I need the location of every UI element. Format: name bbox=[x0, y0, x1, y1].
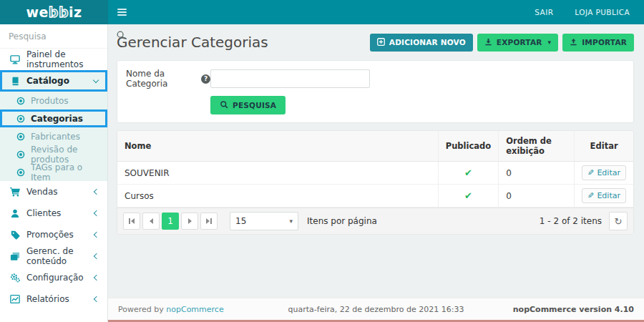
sidebar-item-clientes[interactable]: Clientes bbox=[0, 203, 107, 224]
dot-circle-icon bbox=[16, 168, 25, 177]
col-header-publicado[interactable]: Publicado bbox=[438, 131, 498, 162]
sidebar-item-dashboard[interactable]: Painel de instrumentos bbox=[0, 49, 107, 70]
page-title: Gerenciar Categorias bbox=[117, 34, 268, 51]
dot-circle-icon bbox=[16, 114, 25, 123]
search-label: PESQUISA bbox=[233, 101, 276, 109]
chevron-left-icon bbox=[94, 253, 99, 259]
caret-down-icon[interactable]: ▾ bbox=[548, 39, 552, 46]
sidebar-item-label: Revisão de produtos bbox=[31, 145, 100, 165]
logo-text-iz: iz bbox=[69, 4, 82, 20]
version-label: nopCommerce version 4.10 bbox=[513, 305, 634, 314]
add-new-label: ADICIONAR NOVO bbox=[389, 38, 466, 47]
sidebar-item-fabricantes[interactable]: Fabricantes bbox=[0, 127, 107, 145]
refresh-button[interactable]: ↻ bbox=[609, 212, 628, 230]
cell-name: Cursos bbox=[117, 185, 438, 208]
table-header-row: Nome Publicado Ordem de exibição Editar bbox=[117, 131, 633, 162]
page-1-button[interactable]: 1 bbox=[162, 213, 179, 230]
items-range-label: 1 - 2 of 2 itens bbox=[540, 216, 602, 226]
search-button[interactable]: PESQUISA bbox=[210, 96, 286, 114]
sidebar-item-vendas[interactable]: Vendas bbox=[0, 181, 107, 203]
caret-down-icon: ▾ bbox=[289, 218, 293, 225]
chevron-left-icon bbox=[94, 210, 99, 216]
dot-circle-icon bbox=[16, 97, 25, 105]
import-button[interactable]: IMPORTAR bbox=[562, 34, 634, 52]
page-size-select[interactable]: 15 ▾ bbox=[230, 212, 298, 230]
chevron-left-icon bbox=[94, 275, 99, 280]
gears-icon bbox=[9, 273, 21, 283]
user-icon bbox=[9, 209, 21, 218]
sidebar-item-label: Relatórios bbox=[26, 294, 69, 304]
edit-button[interactable]: ✎Editar bbox=[582, 188, 626, 203]
next-page-button[interactable] bbox=[181, 213, 198, 230]
chevron-left-icon bbox=[94, 296, 99, 302]
sidebar-item-configuracao[interactable]: Configuração bbox=[0, 267, 107, 288]
nopcommerce-link[interactable]: nopCommerce bbox=[166, 305, 223, 314]
help-icon[interactable]: ? bbox=[201, 74, 210, 84]
export-button[interactable]: EXPORTAR ▾ bbox=[477, 34, 558, 52]
chevron-down-icon bbox=[93, 77, 99, 82]
pencil-icon: ✎ bbox=[587, 168, 594, 177]
logout-link[interactable]: SAIR bbox=[535, 8, 553, 16]
catalog-group: Catálogo Produtos Categorias Fabricantes bbox=[0, 70, 107, 181]
sidebar-item-label: Clientes bbox=[26, 208, 61, 218]
export-label: EXPORTAR bbox=[497, 38, 542, 47]
download-icon bbox=[484, 38, 492, 47]
last-page-button[interactable] bbox=[200, 213, 218, 230]
sidebar-item-catalog[interactable]: Catálogo bbox=[0, 70, 107, 92]
edit-button[interactable]: ✎Editar bbox=[582, 165, 626, 180]
top-nav: SAIR LOJA PUBLICA bbox=[535, 0, 644, 24]
chevron-left-icon bbox=[94, 189, 99, 195]
cart-icon bbox=[9, 187, 21, 197]
previous-page-button[interactable] bbox=[142, 213, 160, 230]
cell-display-order: 0 bbox=[499, 185, 575, 208]
sidebar: Painel de instrumentos Catálogo Produtos… bbox=[0, 24, 108, 322]
search-icon bbox=[116, 30, 126, 42]
monitor-icon bbox=[9, 55, 21, 64]
sidebar-item-relatorios[interactable]: Relatórios bbox=[0, 288, 107, 310]
sidebar-item-tags[interactable]: TAGs para o Item bbox=[0, 163, 107, 181]
categories-table-panel: Nome Publicado Ordem de exibição Editar … bbox=[117, 130, 634, 235]
sidebar-item-categorias[interactable]: Categorias bbox=[0, 109, 107, 127]
sidebar-item-label: Gerenc. de conteúdo bbox=[26, 246, 89, 266]
chevron-left-icon bbox=[94, 232, 99, 238]
published-check-icon: ✔ bbox=[438, 162, 498, 185]
sidebar-search-input[interactable] bbox=[9, 31, 116, 42]
public-store-link[interactable]: LOJA PUBLICA bbox=[575, 8, 630, 16]
import-label: IMPORTAR bbox=[582, 38, 627, 47]
sidebar-item-revisao-de-produtos[interactable]: Revisão de produtos bbox=[0, 145, 107, 163]
pagination-bar: 1 15 ▾ Itens por página 1 - 2 of 2 itens… bbox=[117, 208, 633, 234]
line-chart-icon bbox=[9, 295, 21, 303]
items-per-page-label: Itens por página bbox=[307, 216, 377, 226]
category-name-label: Nome da Categoria ? bbox=[126, 69, 210, 89]
sidebar-item-label: Promoções bbox=[26, 230, 74, 240]
sidebar-search bbox=[0, 24, 107, 49]
logo[interactable]: webbiz bbox=[0, 0, 108, 24]
sidebar-item-gerenc-conteudo[interactable]: Gerenc. de conteúdo bbox=[0, 245, 107, 267]
col-header-nome[interactable]: Nome bbox=[117, 131, 438, 162]
plus-square-icon bbox=[377, 38, 385, 47]
first-page-button[interactable] bbox=[123, 213, 140, 230]
cell-name: SOUVENIR bbox=[117, 162, 438, 185]
sidebar-item-label: Categorias bbox=[31, 114, 83, 124]
col-header-editar[interactable]: Editar bbox=[575, 131, 633, 162]
sidebar-item-produtos[interactable]: Produtos bbox=[0, 92, 107, 109]
cell-display-order: 0 bbox=[499, 162, 575, 185]
search-icon bbox=[220, 100, 228, 110]
col-header-ordem[interactable]: Ordem de exibição bbox=[499, 131, 575, 162]
logo-text-we: we bbox=[26, 4, 48, 20]
sidebar-item-label: TAGs para o Item bbox=[31, 162, 100, 182]
powered-by: Powered by nopCommerce bbox=[118, 305, 224, 314]
sidebar-item-label: Fabricantes bbox=[31, 132, 80, 142]
logo-text-bb: bb bbox=[49, 4, 69, 20]
category-name-input[interactable] bbox=[210, 69, 370, 88]
search-panel: Nome da Categoria ? PESQUISA bbox=[117, 60, 634, 123]
footer: quarta-feira, 22 de dezembro de 2021 16:… bbox=[108, 298, 644, 320]
top-bar: webbiz SAIR LOJA PUBLICA bbox=[0, 0, 644, 24]
tag-icon bbox=[9, 230, 21, 240]
add-new-button[interactable]: ADICIONAR NOVO bbox=[370, 34, 473, 52]
published-check-icon: ✔ bbox=[438, 185, 498, 208]
sidebar-item-label: Vendas bbox=[26, 187, 58, 197]
upload-icon bbox=[570, 38, 577, 47]
sidebar-item-promocoes[interactable]: Promoções bbox=[0, 224, 107, 245]
hamburger-menu-icon[interactable] bbox=[108, 0, 127, 24]
